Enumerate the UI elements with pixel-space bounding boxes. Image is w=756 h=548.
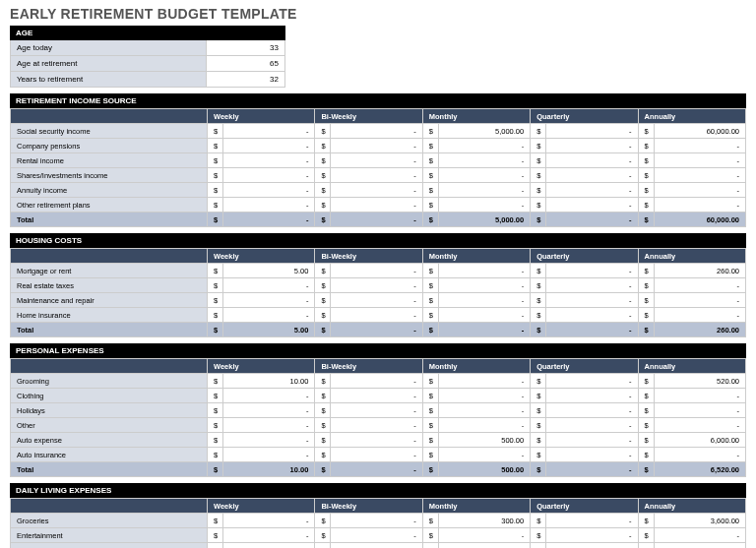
currency-symbol: $ — [638, 433, 654, 448]
cell-value: - — [331, 389, 422, 403]
currency-symbol: $ — [638, 124, 654, 139]
currency-symbol: $ — [638, 543, 654, 549]
cell-value: - — [223, 403, 315, 418]
currency-symbol: $ — [422, 153, 438, 168]
cell-value: - — [438, 139, 530, 153]
currency-symbol: $ — [531, 168, 546, 183]
total-value: 6,520.00 — [654, 462, 745, 477]
cell-value: - — [331, 278, 422, 293]
currency-symbol: $ — [208, 213, 223, 227]
currency-symbol: $ — [531, 183, 546, 198]
cell-value: - — [546, 198, 638, 213]
currency-symbol: $ — [422, 543, 438, 549]
total-value: 10.00 — [223, 462, 315, 477]
currency-symbol: $ — [208, 278, 223, 293]
column-header: Weekly — [208, 499, 315, 514]
currency-symbol: $ — [208, 153, 223, 168]
cell-value: - — [546, 374, 638, 389]
age-label: Age today — [11, 40, 207, 55]
currency-symbol: $ — [315, 543, 331, 549]
cell-value: 6,000.00 — [654, 433, 745, 448]
table-row: Clothing$-$-$-$-$- — [11, 389, 746, 403]
row-label: Clothing — [11, 389, 208, 403]
currency-symbol: $ — [208, 308, 223, 323]
cell-value: - — [331, 528, 422, 543]
column-header: Bi-Weekly — [315, 109, 422, 124]
cell-value: - — [223, 139, 315, 153]
age-row: Age today33 — [10, 40, 285, 56]
cell-value: - — [223, 153, 315, 168]
cell-value: - — [331, 153, 422, 168]
currency-symbol: $ — [531, 448, 546, 462]
cell-value: - — [223, 168, 315, 183]
currency-symbol: $ — [315, 139, 331, 153]
currency-symbol: $ — [422, 433, 438, 448]
currency-symbol: $ — [422, 514, 438, 528]
total-label: Total — [11, 323, 208, 337]
cell-value: - — [654, 278, 745, 293]
currency-symbol: $ — [315, 153, 331, 168]
cell-value: - — [331, 448, 422, 462]
age-value: 33 — [207, 40, 284, 55]
row-label: Holidays — [11, 403, 208, 418]
row-label: Social security income — [11, 124, 208, 139]
total-value: - — [331, 462, 422, 477]
currency-symbol: $ — [531, 198, 546, 213]
currency-symbol: $ — [208, 198, 223, 213]
currency-symbol: $ — [531, 323, 546, 337]
currency-symbol: $ — [638, 139, 654, 153]
total-value: 5,000.00 — [438, 213, 530, 227]
currency-symbol: $ — [531, 403, 546, 418]
currency-symbol: $ — [208, 433, 223, 448]
cell-value: 3,600.00 — [654, 514, 745, 528]
row-label: Mortgage or rent — [11, 264, 208, 278]
currency-symbol: $ — [531, 462, 546, 477]
currency-symbol: $ — [638, 418, 654, 433]
cell-value: - — [654, 153, 745, 168]
currency-symbol: $ — [208, 323, 223, 337]
column-header: Annually — [638, 359, 745, 374]
table-row: Maintenance and repair$-$-$-$-$- — [11, 293, 746, 308]
age-section: AGE Age today33Age at retirement65Years … — [10, 26, 746, 88]
currency-symbol: $ — [638, 528, 654, 543]
currency-symbol: $ — [315, 124, 331, 139]
currency-symbol: $ — [531, 213, 546, 227]
table-row: Company pensions$-$-$-$-$- — [11, 139, 746, 153]
column-header: Weekly — [208, 359, 315, 374]
currency-symbol: $ — [315, 448, 331, 462]
cell-value: 300.00 — [438, 514, 530, 528]
cell-value: - — [331, 514, 422, 528]
cell-value: - — [223, 124, 315, 139]
cell-value: - — [546, 403, 638, 418]
row-label: Other retirement plans — [11, 198, 208, 213]
budget-section: DAILY LIVING EXPENSESWeeklyBi-WeeklyMont… — [10, 483, 746, 548]
currency-symbol: $ — [422, 323, 438, 337]
budget-section: PERSONAL EXPENSESWeeklyBi-WeeklyMonthlyQ… — [10, 343, 746, 477]
page-title: EARLY RETIREMENT BUDGET TEMPLATE — [0, 0, 756, 26]
cell-value: - — [438, 168, 530, 183]
currency-symbol: $ — [315, 389, 331, 403]
currency-symbol: $ — [638, 293, 654, 308]
cell-value: - — [331, 139, 422, 153]
currency-symbol: $ — [208, 389, 223, 403]
cell-value: - — [331, 198, 422, 213]
cell-value: - — [438, 528, 530, 543]
column-header: Quarterly — [531, 109, 638, 124]
total-value: - — [546, 323, 638, 337]
currency-symbol: $ — [315, 374, 331, 389]
currency-symbol: $ — [208, 448, 223, 462]
cell-value: - — [331, 293, 422, 308]
currency-symbol: $ — [315, 418, 331, 433]
total-value: - — [546, 462, 638, 477]
currency-symbol: $ — [531, 543, 546, 549]
column-header: Quarterly — [531, 359, 638, 374]
currency-symbol: $ — [531, 389, 546, 403]
total-label: Total — [11, 213, 208, 227]
cell-value: - — [438, 389, 530, 403]
currency-symbol: $ — [638, 448, 654, 462]
cell-value: - — [438, 448, 530, 462]
currency-symbol: $ — [531, 153, 546, 168]
column-header-blank — [11, 109, 208, 124]
currency-symbol: $ — [422, 418, 438, 433]
column-header-blank — [11, 499, 208, 514]
